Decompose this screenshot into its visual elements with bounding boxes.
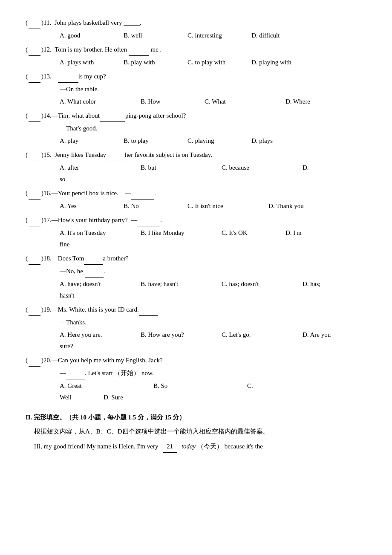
q13-option-c: C. What [205,96,273,107]
page-number: 2 [338,553,341,555]
section2-passage: Hi, my good friend! My name is Helen. I'… [26,441,366,453]
q15-option-a: A. after [60,162,128,173]
q20-option-cont: Well D. Sure [26,392,366,403]
q11-line: ( )11. John plays basketball very _____. [26,17,366,29]
q18-option-d: D. has; [303,278,354,290]
q19-option-c: C. Let's go. [222,329,290,341]
q18-option-b: B. have; hasn't [141,278,209,290]
q19-option-b: B. How are you? [141,329,209,341]
q13-paren-open: ( [26,71,28,82]
q20-option-b: B. So [153,380,222,392]
q13-option-d: D. Where [285,96,337,107]
q17-paren-open: ( [26,214,28,226]
q11-paren-close: )11. [41,17,55,29]
q12-option-b: B. play with [124,57,175,68]
passage-blank-21: 21 [163,441,177,453]
question-13: ( )13.— is my cup? —On the table. A. Wha… [26,71,366,107]
q14-option-a: A. play [60,135,111,147]
q18-options: A. have; doesn't B. have; hasn't C. has;… [26,278,366,290]
q16-options: A. Yes B. No C. It isn't nice D. Thank y… [26,200,366,212]
q14-paren-close: )14.—Tim, what about [41,110,100,121]
q20-answer-line: — . Let's start （开始） now. [26,367,366,379]
q19-paren-close: )19.—Ms. White, this is your ID card. [41,304,139,315]
q13-answer-line: —On the table. [26,84,366,95]
q20-answer-blank [29,355,40,367]
q14-option-b: B. to play [124,135,175,147]
q12-answer-blank [29,44,40,56]
q13-text: is my cup? [78,71,106,82]
q15-line: ( )15. Jenny likes Tuesday her favorite … [26,149,366,161]
q20-option-c: C. [247,380,298,392]
question-15: ( )15. Jenny likes Tuesday her favorite … [26,149,366,185]
q18-answer-blank [29,253,40,265]
passage-end: today （今天） because it's the [182,443,263,450]
q14-option-d: D. plays [251,135,303,147]
q20-paren-open: ( [26,355,28,366]
q19-options: A. Here you are. B. How are you? C. Let'… [26,329,366,341]
q14-paren-open: ( [26,110,28,121]
q15-option-b: B. but [141,162,209,173]
q19-answer-line: —Thanks. [26,317,366,328]
q11-option-b: B. well [124,30,175,41]
q17-option-b: B. I like Monday [141,227,209,239]
q13-line: ( )13.— is my cup? [26,71,366,83]
question-11: ( )11. John plays basketball very _____.… [26,17,366,41]
q18-option-c: C. has; doesn't [222,278,290,290]
q15-paren-close: )15. Jenny likes Tuesday [41,149,106,161]
q18-paren-close: )18.—Does Tom [41,253,84,264]
q18-answer-line: —No, he . [26,266,366,278]
q13-option-a: A. What color [60,96,128,107]
q20-paren-close: )20.—Can you help me with my English, Ja… [41,355,163,366]
q11-option-a: A. good [60,30,111,41]
q17-answer-blank [29,214,40,226]
q12-option-a: A. plays with [60,57,111,68]
q14-option-c: C. playing [187,135,239,147]
question-18: ( )18.—Does Tom a brother? —No, he . A. … [26,253,366,301]
q18-option-d-cont: hasn't [26,290,366,301]
question-17: ( )17.—How's your birthday party? — . A.… [26,214,366,250]
q20-options: A. Great B. So C. [26,380,366,392]
section2-header: II. 完形填空。（共 10 小题，每小题 1.5 分，满分 15 分） [26,412,366,423]
q17-option-d: D. I'm [285,227,337,239]
q16-option-d: D. Thank you [268,200,320,212]
q13-options: A. What color B. How C. What D. Where [26,96,366,107]
q12-line: ( )12. Tom is my brother. He often me . [26,44,366,56]
q16-line: ( )16.—Your pencil box is nice. — . [26,188,366,199]
q17-option-d-fine: fine [26,239,366,250]
q15-answer-blank [29,149,40,161]
q11-options: A. good B. well C. interesting D. diffic… [26,30,366,41]
q12-paren-open: ( [26,44,28,55]
q17-option-a: A. It's on Tuesday [60,227,128,239]
q15-option-d: D. [303,162,354,173]
q15-option-d-cont: so [26,173,366,185]
question-19: ( )19.—Ms. White, this is your ID card. … [26,304,366,352]
question-20: ( )20.—Can you help me with my English, … [26,355,366,403]
q13-answer-blank [29,71,40,83]
q15-paren-open: ( [26,149,28,161]
q20-line: ( )20.—Can you help me with my English, … [26,355,366,367]
q13-paren-close: )13.— [41,71,58,82]
q19-line: ( )19.—Ms. White, this is your ID card. [26,304,366,316]
q19-paren-open: ( [26,304,28,315]
q15-options: A. after B. but C. because D. [26,162,366,173]
q12-text: Tom is my brother. He often me . [55,44,161,56]
q17-line: ( )17.—How's your birthday party? — . [26,214,366,226]
q11-paren-open: ( [26,17,28,29]
q14-text: ping-pong after school? [125,110,186,121]
q19-option-a: A. Here you are. [60,329,128,341]
q12-option-c: C. to play with [187,57,239,68]
q16-option-b: B. No [124,200,175,212]
q12-options: A. plays with B. play with C. to play wi… [26,57,366,68]
q15-option-c: C. because [222,162,290,173]
q12-option-d: D. playing with [251,57,303,68]
q16-paren-open: ( [26,188,28,199]
q14-answer-blank [29,110,40,122]
q14-options: A. play B. to play C. playing D. plays [26,135,366,147]
section2-desc: 根据短文内容，从A、B、C、D四个选项中选出一个能填入相应空格内的最佳答案。 [26,426,366,437]
q18-line: ( )18.—Does Tom a brother? [26,253,366,265]
q15-text: her favorite subject is on Tuesday. [125,149,212,161]
q18-paren-open: ( [26,253,28,264]
q19-option-d-cont: sure? [26,341,366,352]
q11-option-d: D. difficult [251,30,303,41]
question-16: ( )16.—Your pencil box is nice. — . A. Y… [26,188,366,212]
